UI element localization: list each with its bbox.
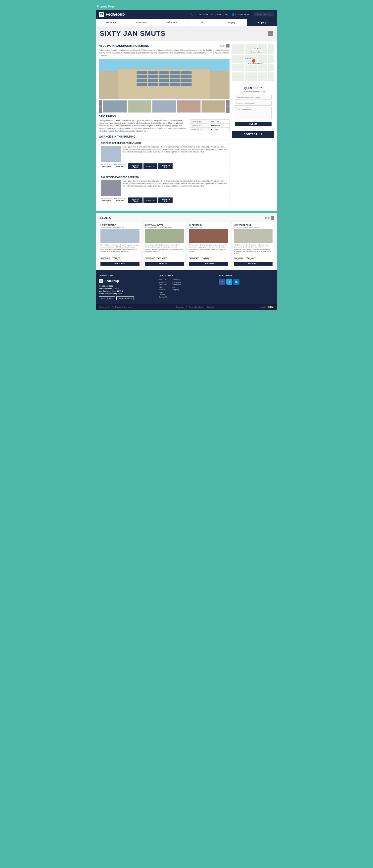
card-1-stats: BUILDING SIZE 689,00 m2 RENTAL PER M2 R5… bbox=[100, 256, 139, 260]
footer-link2-retirement[interactable]: Retirement bbox=[173, 284, 181, 285]
see-also-back[interactable]: BACK < bbox=[265, 216, 274, 220]
thumbnail-4[interactable] bbox=[177, 100, 201, 113]
footer-link-news[interactable]: News bbox=[159, 291, 167, 293]
footer-bottom-links: Compliance | Terms & Conditions | Discla… bbox=[176, 306, 215, 308]
card-2-more-info-btn[interactable]: MORE INFO bbox=[145, 262, 184, 266]
see-also-card-2: 1 SIXTY JAN SMUTS HYDE PARK/SANDHURST/RO… bbox=[143, 222, 186, 267]
back-button[interactable]: < bbox=[268, 31, 273, 36]
map-label-bute: 89 Bute Ave bbox=[244, 58, 253, 60]
nav-retirement[interactable]: Retirement bbox=[156, 19, 187, 26]
disclaimer-link[interactable]: Disclaimer bbox=[207, 306, 215, 308]
vacancy-2-actions: FLOOR PLAN PHOTOS CONTACT US bbox=[128, 197, 172, 203]
footer-more-details-btn[interactable]: MORE DETAILS bbox=[116, 297, 134, 300]
contact-us-button[interactable]: CONTACT US bbox=[232, 131, 274, 138]
questions-name-input[interactable] bbox=[235, 95, 272, 99]
footer-link-investment[interactable]: Investment bbox=[159, 281, 167, 283]
left-column: HYDE PARK/SANDHUSRT/ROSEBANK BACK < FedG… bbox=[99, 44, 229, 208]
vacancy-1-floorplan-btn[interactable]: FLOOR PLAN bbox=[128, 163, 142, 169]
vacancy-1-contact-btn[interactable]: CONTACT US bbox=[158, 163, 172, 169]
vacancy-1-photos-btn[interactable]: PHOTOS bbox=[144, 163, 157, 169]
logo-area[interactable]: TF FedGroup bbox=[99, 12, 190, 17]
questions-subtitle: Fell free to ask about everything. bbox=[235, 91, 272, 92]
questions-title: QUESTIONS? bbox=[235, 87, 272, 90]
footer-logo-text: FedGroup bbox=[105, 279, 119, 283]
client-panel-link[interactable]: 👤 CLIENT PANEL bbox=[232, 13, 251, 16]
footer-view-map-btn[interactable]: VIEW ON MAP bbox=[99, 297, 115, 300]
card-2-building-size: BUILDING SIZE 689,00 m2 bbox=[145, 256, 155, 260]
contact-link[interactable]: ✉ CONTACT US bbox=[211, 13, 228, 16]
linkedin-icon[interactable]: in bbox=[234, 279, 240, 285]
facebook-icon[interactable]: f bbox=[219, 279, 225, 285]
phone-link[interactable]: 📞 011 305 2300 bbox=[190, 13, 208, 16]
see-also-title: SEE ALSO bbox=[99, 217, 111, 219]
vacancy-2-image bbox=[101, 180, 121, 196]
thumbnail-3[interactable] bbox=[152, 100, 176, 113]
nav-property[interactable]: Property bbox=[247, 19, 277, 26]
footer-link2-investment[interactable]: Investment bbox=[173, 281, 181, 283]
footer-link2-life[interactable]: Life bbox=[173, 286, 181, 288]
nav-investment[interactable]: Investment bbox=[126, 19, 156, 26]
vacancy-2-photos-btn[interactable]: PHOTOS bbox=[144, 197, 157, 203]
footer-link-life[interactable]: Life bbox=[159, 286, 167, 288]
footer-link-aboutus[interactable]: About Us bbox=[159, 279, 167, 281]
card-4-image bbox=[234, 229, 273, 243]
twitter-icon[interactable]: t bbox=[226, 279, 232, 285]
footer-link-retirement[interactable]: Retirement bbox=[159, 284, 167, 285]
card-4-more-info-btn[interactable]: MORE INFO bbox=[234, 262, 273, 266]
footer-follow-col: FOLLOW US f t in bbox=[219, 274, 274, 300]
vacancy-2-title: BIG OFFICE SPACE FOR COMPANY bbox=[101, 176, 227, 178]
card-4-desc: A 35,000m² new office development to be … bbox=[234, 244, 273, 255]
footer-follow-title: FOLLOW US bbox=[219, 274, 274, 277]
submit-button[interactable]: SUBMIT bbox=[235, 122, 272, 126]
vacancy-2-rental: RENTAL PER M2 R54,600 bbox=[114, 198, 126, 202]
thumbnail-1[interactable] bbox=[103, 100, 127, 113]
social-row: f t in bbox=[219, 279, 274, 285]
card-4-building-size: BUILDING SIZE 689,00 m2 bbox=[234, 256, 244, 260]
vacancy-2-contact-btn[interactable]: CONTACT US bbox=[158, 197, 172, 203]
nav-legacy[interactable]: Legacy bbox=[217, 19, 247, 26]
map-label-rmb: Rand Merchant Bank bbox=[247, 63, 262, 65]
search-input[interactable] bbox=[254, 12, 274, 17]
vacancies-section: VACANCIES IN THIS BUILDING PERFECT OFFCE… bbox=[99, 135, 229, 205]
vacancy-1-size: VACANCY SIZE 689,00 m2 bbox=[101, 164, 112, 167]
card-2-stats: BUILDING SIZE 689,00 m2 RENTAL PER M2 R5… bbox=[145, 256, 184, 260]
card-3-more-info-btn[interactable]: MORE INFO bbox=[189, 262, 228, 266]
building-location: HYDE PARK/SANDHUSRT/ROSEBANK bbox=[99, 44, 149, 47]
card-3-subtitle: CAPE TOWN CBD bbox=[189, 226, 228, 228]
card-2-title: 1 SIXTY JAN SMUTS bbox=[145, 224, 184, 226]
powered-by: Powered by INDIU bbox=[258, 306, 274, 308]
footer-tel: Tel: 011 305 2300 bbox=[99, 285, 154, 287]
building-back[interactable]: BACK < bbox=[220, 44, 229, 48]
building-compliance-text: FedGroup's complaints resolution policy … bbox=[99, 49, 229, 57]
card-3-image bbox=[189, 229, 228, 243]
main-content: HYDE PARK/SANDHUSRT/ROSEBANK BACK < FedG… bbox=[96, 41, 277, 211]
terms-link[interactable]: Terms & Conditions bbox=[189, 306, 203, 308]
footer-link-contact[interactable]: Contact Us bbox=[159, 296, 167, 298]
footer-link-property[interactable]: Property bbox=[159, 289, 167, 290]
thumbnail-2[interactable] bbox=[128, 100, 151, 113]
thumbnail-5[interactable] bbox=[201, 100, 225, 113]
thumb-prev[interactable]: < bbox=[99, 100, 102, 113]
vacancies-title: VACANCIES IN THIS BUILDING bbox=[99, 135, 229, 138]
thumb-next[interactable]: > bbox=[226, 100, 229, 113]
map-label-execsuites: Executive Suites bbox=[251, 51, 263, 53]
nav-life[interactable]: Life bbox=[187, 19, 217, 26]
card-1-more-info-btn[interactable]: MORE INFO bbox=[100, 262, 139, 266]
card-4-title: 144 OXFORD ROAD bbox=[234, 224, 273, 226]
footer-link2-property[interactable]: Property bbox=[173, 289, 181, 290]
see-also-grid: 1 MONTGOMERY SANDTON/LA LA LUCIA/PHOENIX… bbox=[99, 222, 274, 267]
vacancy-1-rental-value: R54,600 bbox=[114, 165, 126, 167]
compliance-link[interactable]: Compliance bbox=[176, 306, 184, 308]
top-navigation: TF FedGroup 📞 011 305 2300 ✉ CONTACT US … bbox=[96, 10, 277, 19]
footer-link-careers[interactable]: Careers bbox=[159, 294, 167, 296]
questions-email-input[interactable] bbox=[235, 101, 272, 106]
footer-share: Share Call: 0860 11 77 30 bbox=[99, 288, 154, 289]
back-small-icon[interactable]: < bbox=[226, 44, 229, 48]
footer-link2-aboutus[interactable]: About Us bbox=[173, 279, 181, 281]
questions-message-input[interactable] bbox=[235, 107, 272, 119]
nav-fedgroup[interactable]: FedGroup bbox=[96, 19, 126, 26]
vacancy-2-floorplan-btn[interactable]: FLOOR PLAN bbox=[128, 197, 142, 203]
see-also-back-icon[interactable]: < bbox=[271, 216, 274, 220]
vacancy-2-desc: Lorem ipsum dolor sit amet, consectetur … bbox=[123, 180, 227, 196]
card-1-building-size: BUILDING SIZE 689,00 m2 bbox=[100, 256, 111, 260]
